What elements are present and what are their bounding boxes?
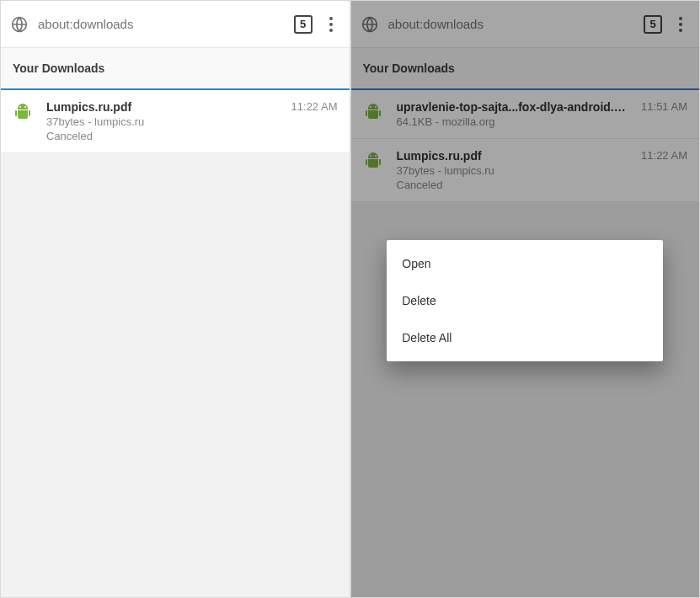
screen-left: about:downloads 5 Your Downloads Lumpics… [0, 0, 350, 598]
section-header: Your Downloads [1, 48, 350, 90]
menu-open[interactable]: Open [387, 245, 663, 282]
topbar: about:downloads 5 [1, 1, 350, 48]
download-title: Lumpics.ru.pdf [46, 100, 281, 114]
svg-point-2 [24, 106, 26, 108]
download-item[interactable]: Lumpics.ru.pdf 37bytes - lumpics.ru Canc… [1, 90, 350, 153]
download-time: 11:22 AM [291, 100, 338, 142]
menu-delete[interactable]: Delete [387, 282, 663, 319]
svg-point-1 [19, 106, 21, 108]
download-status: Canceled [46, 130, 281, 142]
download-subtitle: 37bytes - lumpics.ru [46, 115, 281, 128]
context-menu: Open Delete Delete All [387, 240, 663, 361]
menu-dots-icon[interactable] [323, 13, 339, 35]
download-body: Lumpics.ru.pdf 37bytes - lumpics.ru Canc… [46, 100, 281, 142]
screen-right: about:downloads 5 Your Downloads upravle… [350, 0, 701, 598]
menu-delete-all[interactable]: Delete All [387, 319, 663, 356]
globe-icon [11, 16, 28, 33]
download-list: Lumpics.ru.pdf 37bytes - lumpics.ru Canc… [1, 90, 350, 597]
address-bar[interactable]: about:downloads [38, 17, 284, 31]
tab-count-button[interactable]: 5 [294, 15, 313, 34]
android-icon [9, 100, 36, 142]
